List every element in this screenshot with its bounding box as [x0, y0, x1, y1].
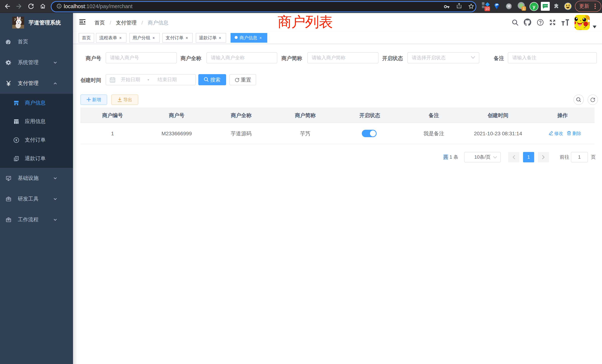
svg-text:⌘: ⌘ [507, 4, 511, 8]
svg-text:10: 10 [485, 7, 489, 11]
svg-text:1: 1 [523, 7, 525, 11]
svg-text:¥: ¥ [15, 138, 17, 142]
svg-text:y: y [533, 4, 536, 10]
